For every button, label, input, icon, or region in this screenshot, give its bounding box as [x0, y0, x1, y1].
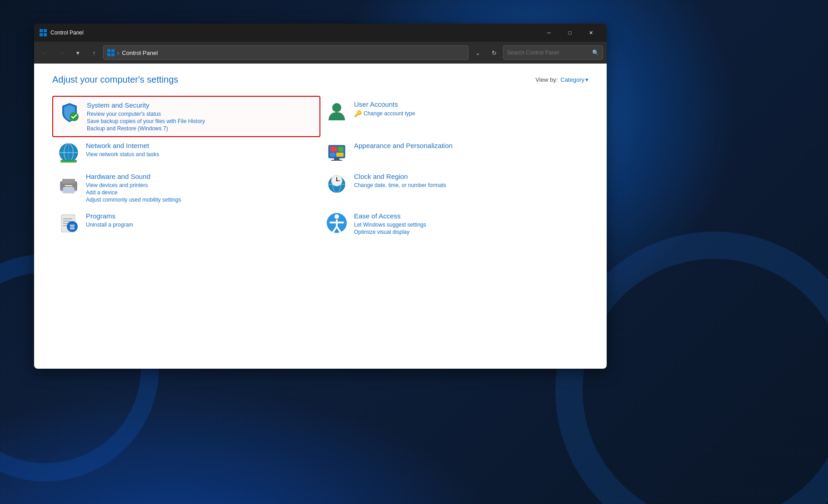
search-box: 🔍 — [503, 45, 603, 60]
clock-region-text: Clock and Region Change date, time, or n… — [354, 173, 583, 188]
view-by-button[interactable]: Category ▾ — [560, 76, 589, 83]
user-accounts-text: User Accounts 🔑 Change account type — [354, 100, 583, 117]
network-internet-link-0[interactable]: View network status and tasks — [86, 151, 315, 158]
system-security-link-1[interactable]: Save backup copies of your files with Fi… — [87, 118, 314, 124]
up-icon: ↑ — [93, 49, 96, 56]
ease-of-access-link-0[interactable]: Let Windows suggest settings — [354, 222, 583, 228]
category-appearance[interactable]: Appearance and Personalization — [320, 137, 589, 168]
forward-button[interactable]: → — [54, 45, 69, 60]
system-security-link-0[interactable]: Review your computer's status — [87, 111, 314, 117]
ease-of-access-title[interactable]: Ease of Access — [354, 212, 583, 220]
svg-rect-4 — [107, 49, 110, 52]
back-button[interactable]: ← — [38, 45, 52, 60]
title-bar: Control Panel ─ □ ✕ — [34, 24, 607, 42]
address-path-icon — [107, 49, 115, 56]
svg-rect-19 — [336, 153, 344, 157]
system-security-text: System and Security Review your computer… — [87, 101, 314, 132]
category-system-security[interactable]: System and Security Review your computer… — [52, 96, 320, 137]
address-bar: ← → ▾ ↑ › Control Panel ⌄ — [34, 42, 607, 64]
search-input[interactable] — [507, 49, 592, 56]
svg-point-50 — [334, 214, 339, 219]
close-button[interactable]: ✕ — [580, 25, 601, 40]
programs-link-0[interactable]: Uninstall a program — [86, 222, 315, 228]
svg-rect-43 — [70, 228, 75, 229]
search-icon[interactable]: 🔍 — [592, 49, 599, 56]
clock-region-title[interactable]: Clock and Region — [354, 173, 583, 180]
system-security-icon — [59, 101, 80, 123]
page-title: Adjust your computer's settings — [52, 74, 178, 85]
user-accounts-title[interactable]: User Accounts — [354, 100, 583, 108]
system-security-links: Review your computer's status Save backu… — [87, 111, 314, 132]
programs-title[interactable]: Programs — [86, 212, 315, 220]
view-by-dropdown-icon: ▾ — [585, 76, 589, 83]
clock-region-icon — [326, 173, 348, 194]
back-icon: ← — [42, 49, 48, 56]
view-by-control: View by: Category ▾ — [535, 76, 589, 83]
hardware-sound-link-2[interactable]: Adjust commonly used mobility settings — [86, 197, 315, 203]
hardware-sound-title[interactable]: Hardware and Sound — [86, 173, 315, 180]
svg-rect-36 — [63, 218, 72, 219]
svg-rect-3 — [44, 33, 47, 36]
svg-point-9 — [332, 103, 341, 112]
category-programs[interactable]: Programs Uninstall a program — [52, 208, 320, 240]
hardware-sound-link-1[interactable]: Add a device — [86, 189, 315, 196]
address-dropdown-icon: ⌄ — [475, 49, 480, 56]
svg-rect-14 — [60, 160, 77, 163]
user-accounts-link-0[interactable]: Change account type — [364, 110, 415, 117]
view-by-label: View by: — [535, 76, 558, 83]
category-network-internet[interactable]: Network and Internet View network status… — [52, 137, 320, 168]
system-security-link-2[interactable]: Backup and Restore (Windows 7) — [87, 125, 314, 132]
ease-of-access-icon — [326, 212, 348, 234]
svg-rect-18 — [330, 153, 335, 157]
up-button[interactable]: ↑ — [87, 45, 101, 60]
dropdown-history-button[interactable]: ▾ — [70, 45, 85, 60]
network-internet-text: Network and Internet View network status… — [86, 142, 315, 158]
refresh-icon: ↻ — [492, 49, 497, 56]
svg-rect-41 — [70, 225, 75, 226]
svg-rect-25 — [65, 185, 72, 186]
restore-button[interactable]: □ — [559, 25, 580, 40]
change-account-icon: 🔑 — [354, 110, 362, 117]
system-security-title[interactable]: System and Security — [87, 101, 314, 109]
programs-icon — [58, 212, 80, 234]
clock-region-links: Change date, time, or number formats — [354, 182, 583, 188]
user-accounts-icon — [326, 100, 348, 122]
category-clock-region[interactable]: Clock and Region Change date, time, or n… — [320, 168, 589, 208]
hardware-sound-icon — [58, 173, 80, 194]
appearance-text: Appearance and Personalization — [354, 142, 583, 151]
forward-icon: → — [59, 49, 65, 56]
network-internet-links: View network status and tasks — [86, 151, 315, 158]
ease-of-access-link-1[interactable]: Optimize visual display — [354, 229, 583, 235]
address-path-bar[interactable]: › Control Panel — [103, 45, 469, 60]
svg-rect-27 — [61, 189, 76, 193]
page-header: Adjust your computer's settings View by:… — [52, 74, 589, 85]
refresh-button[interactable]: ↻ — [487, 45, 501, 60]
svg-rect-1 — [44, 29, 47, 32]
minimize-button[interactable]: ─ — [539, 25, 559, 40]
programs-links: Uninstall a program — [86, 222, 315, 228]
window-icon — [40, 29, 47, 36]
content-area: Adjust your computer's settings View by:… — [34, 64, 607, 369]
svg-rect-20 — [334, 158, 339, 160]
user-accounts-links: 🔑 Change account type — [354, 110, 583, 117]
category-ease-of-access[interactable]: Ease of Access Let Windows suggest setti… — [320, 208, 589, 240]
address-separator: › — [117, 49, 119, 56]
svg-rect-42 — [70, 227, 75, 227]
svg-rect-26 — [65, 187, 72, 188]
category-hardware-sound[interactable]: Hardware and Sound View devices and prin… — [52, 168, 320, 208]
ease-of-access-links: Let Windows suggest settings Optimize vi… — [354, 222, 583, 235]
svg-rect-5 — [111, 49, 115, 52]
categories-grid: System and Security Review your computer… — [52, 96, 589, 240]
network-internet-title[interactable]: Network and Internet — [86, 142, 315, 149]
appearance-icon — [326, 142, 348, 163]
control-panel-window: Control Panel ─ □ ✕ ← → ▾ ↑ — [34, 24, 607, 369]
window-controls: ─ □ ✕ — [539, 25, 601, 40]
network-internet-icon — [58, 142, 80, 163]
appearance-title[interactable]: Appearance and Personalization — [354, 142, 583, 149]
svg-rect-6 — [107, 53, 110, 56]
category-user-accounts[interactable]: User Accounts 🔑 Change account type — [320, 96, 589, 137]
clock-region-link-0[interactable]: Change date, time, or number formats — [354, 182, 583, 188]
hardware-sound-link-0[interactable]: View devices and printers — [86, 182, 315, 188]
address-path-text: Control Panel — [122, 49, 158, 56]
address-dropdown-button[interactable]: ⌄ — [470, 45, 485, 60]
